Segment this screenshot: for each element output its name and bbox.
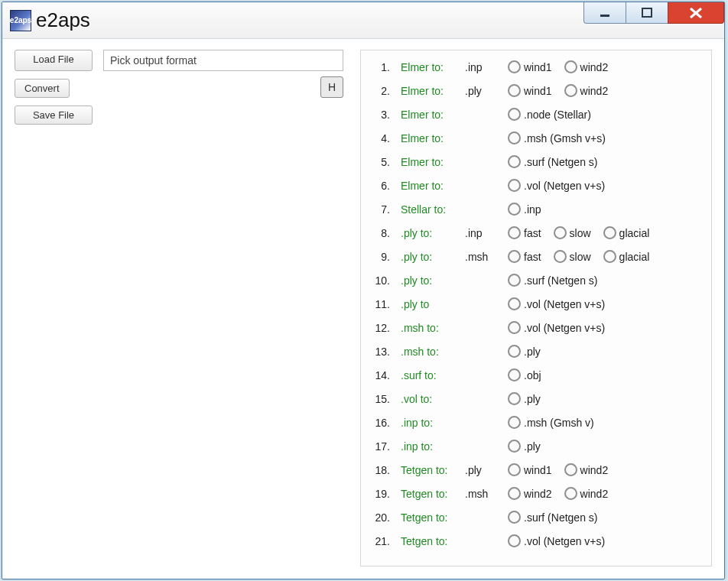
radio-option[interactable]: .surf (Netgen s) [508,155,597,168]
maximize-icon [642,8,652,18]
radio-label: .ply [524,440,541,453]
radio-option[interactable]: glacial [603,226,650,239]
format-row: 3.Elmer to:.node (Stellar) [366,102,705,126]
radio-option[interactable]: wind2 [564,463,609,476]
radio-option[interactable]: wind2 [564,487,609,500]
row-number: 9. [366,251,392,263]
radio-option[interactable]: .msh (Gmsh v+s) [508,131,606,144]
load-file-button[interactable]: Load File [15,50,93,71]
source-format-label: .ply to [392,298,465,310]
radio-option[interactable]: .ply [508,440,541,453]
option-group: fastslowglacial [508,250,705,263]
output-format-field[interactable]: Pick output format [103,50,343,71]
minimize-button[interactable] [583,2,626,24]
target-ext-label: .msh [465,488,508,500]
save-file-button[interactable]: Save File [15,105,93,125]
radio-label: .vol (Netgen v+s) [524,322,605,334]
radio-label: wind2 [580,464,609,476]
radio-label: glacial [619,227,650,239]
radio-label: .ply [524,346,541,358]
format-list[interactable]: 1.Elmer to:.inpwind1wind22.Elmer to:.ply… [360,50,712,566]
option-group: .inp [508,203,705,216]
radio-option[interactable]: wind1 [508,60,552,73]
source-format-label: Tetgen to: [392,488,465,500]
row-number: 16. [366,417,392,429]
radio-label: .obj [524,369,541,381]
radio-label: wind2 [580,61,609,73]
radio-icon [554,250,567,263]
format-row: 9..ply to:.mshfastslowglacial [366,245,705,268]
radio-label: wind2 [580,85,609,97]
radio-option[interactable]: .vol (Netgen v+s) [508,534,605,547]
row-number: 6. [366,180,392,192]
close-icon [688,7,704,19]
convert-button[interactable]: Convert [15,79,70,98]
radio-option[interactable]: .vol (Netgen v+s) [508,297,605,310]
radio-option[interactable]: wind2 [508,487,552,500]
radio-icon [603,250,616,263]
radio-label: fast [524,251,541,263]
radio-option[interactable]: .surf (Netgen s) [508,274,597,287]
source-format-label: .inp to: [392,440,465,453]
option-group: wind1wind2 [508,60,705,73]
radio-option[interactable]: wind2 [564,84,609,97]
target-ext-label: .inp [465,61,508,73]
radio-label: slow [570,227,591,239]
format-row: 10..ply to:.surf (Netgen s) [366,268,705,292]
radio-option[interactable]: wind2 [564,60,609,73]
app-window: e2aps e2aps Load File Pick output format [2,2,725,579]
radio-icon [508,226,521,239]
format-row: 14..surf to:.obj [366,363,705,387]
radio-option[interactable]: glacial [603,250,650,263]
radio-icon [554,226,567,239]
radio-label: .vol (Netgen v+s) [524,298,605,310]
option-group: .ply [508,345,705,358]
radio-icon [508,440,521,453]
option-group: .surf (Netgen s) [508,274,705,287]
radio-option[interactable]: wind1 [508,463,552,476]
radio-option[interactable]: .vol (Netgen v+s) [508,179,605,192]
row-number: 4. [366,132,392,144]
radio-option[interactable]: .vol (Netgen v+s) [508,321,605,334]
target-ext-label: .ply [465,464,508,476]
format-row: 16..inp to:.msh (Gmsh v) [366,411,705,434]
radio-option[interactable]: .obj [508,368,541,381]
radio-label: fast [524,227,541,239]
radio-option[interactable]: .node (Stellar) [508,108,591,121]
format-row: 13..msh to:.ply [366,339,705,363]
radio-icon [508,203,521,216]
radio-icon [508,250,521,263]
radio-icon [508,534,521,547]
radio-option[interactable]: .ply [508,345,541,358]
radio-icon [508,392,521,405]
radio-icon [564,463,577,476]
radio-option[interactable]: slow [554,250,591,263]
radio-icon [508,416,521,429]
app-icon: e2aps [10,10,31,31]
radio-label: wind1 [524,464,552,476]
format-row: 1.Elmer to:.inpwind1wind2 [366,55,705,79]
source-format-label: Elmer to: [392,156,465,168]
format-row: 21.Tetgen to:.vol (Netgen v+s) [366,529,705,553]
radio-label: .vol (Netgen v+s) [524,180,605,192]
h-button[interactable]: H [320,76,343,98]
radio-option[interactable]: fast [508,226,541,239]
maximize-button[interactable] [626,2,668,24]
radio-label: .surf (Netgen s) [524,156,597,168]
radio-option[interactable]: slow [554,226,591,239]
radio-option[interactable]: .surf (Netgen s) [508,511,597,524]
source-format-label: Elmer to: [392,132,465,144]
option-group: .vol (Netgen v+s) [508,297,705,310]
option-group: .ply [508,440,705,453]
close-button[interactable] [668,2,724,24]
radio-option[interactable]: wind1 [508,84,552,97]
radio-option[interactable]: .inp [508,203,541,216]
radio-option[interactable]: .msh (Gmsh v) [508,416,594,429]
client-area: Load File Pick output format Convert H S… [2,39,724,579]
radio-label: .inp [524,203,541,216]
source-format-label: .msh to: [392,322,465,334]
app-title: e2aps [36,8,90,32]
radio-option[interactable]: .ply [508,392,541,405]
titlebar: e2aps e2aps [2,2,724,39]
radio-option[interactable]: fast [508,250,541,263]
